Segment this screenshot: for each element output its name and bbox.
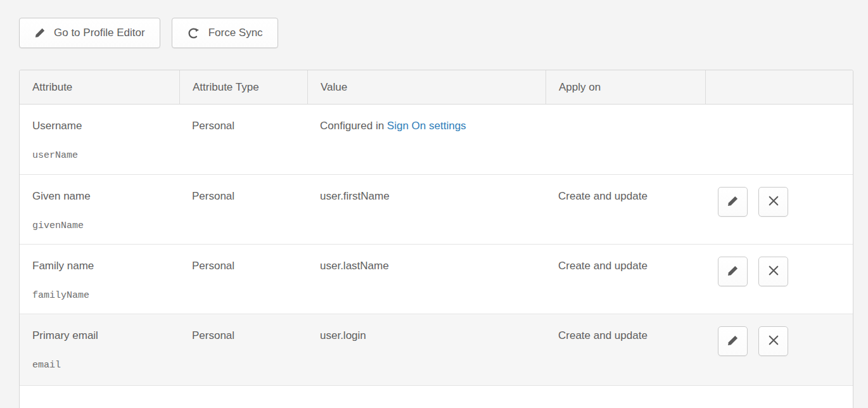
value-text: user.login — [320, 329, 366, 341]
x-icon — [767, 334, 780, 348]
pencil-icon — [34, 27, 46, 39]
value-text: user.firstName — [320, 190, 390, 202]
value-cell: user.login — [307, 314, 546, 385]
apply-on-value: Create and update — [558, 329, 648, 341]
x-icon — [767, 264, 780, 279]
apply-on-value: Create and update — [558, 260, 648, 272]
actions-cell — [705, 245, 853, 314]
attribute-label: Primary email — [32, 329, 173, 342]
remove-attribute-button[interactable] — [758, 326, 788, 356]
attribute-label: Family name — [32, 260, 173, 272]
toolbar: Go to Profile Editor Force Sync — [19, 18, 868, 48]
actions-cell — [705, 175, 853, 244]
attribute-type-cell: Personal — [179, 175, 307, 244]
force-sync-label: Force Sync — [208, 27, 263, 39]
force-sync-button[interactable]: Force Sync — [172, 18, 278, 48]
column-header-actions — [705, 70, 853, 104]
attribute-cell: Username userName — [20, 105, 179, 174]
pencil-icon — [727, 265, 739, 279]
edit-attribute-button[interactable] — [718, 257, 748, 286]
edit-attribute-button[interactable] — [718, 187, 748, 217]
attribute-label: Given name — [32, 190, 173, 203]
table-row-username: Username userName Personal Configured in… — [20, 105, 853, 174]
value-cell: user.firstName — [307, 175, 546, 244]
attribute-variable-name: givenName — [32, 220, 173, 231]
apply-on-cell — [546, 105, 705, 174]
actions-cell — [705, 314, 853, 385]
attribute-type-cell: Personal — [179, 105, 307, 174]
attribute-type-value: Personal — [192, 329, 234, 341]
attribute-label: Username — [32, 120, 173, 132]
attribute-variable-name: userName — [32, 150, 173, 161]
apply-on-cell: Create and update — [546, 245, 705, 314]
attribute-mappings-table: Attribute Attribute Type Value Apply on … — [19, 70, 853, 408]
value-text: user.lastName — [320, 260, 389, 272]
remove-attribute-button[interactable] — [758, 187, 788, 217]
attribute-type-value: Personal — [192, 190, 234, 202]
apply-on-cell: Create and update — [546, 314, 705, 385]
attribute-cell: Given name givenName — [20, 175, 179, 244]
value-cell: Configured in Sign On settings — [307, 105, 546, 174]
table-row-primary-email: Primary email email Personal user.login … — [20, 314, 853, 385]
refresh-icon — [187, 27, 200, 40]
pencil-icon — [727, 195, 739, 209]
column-header-attribute-type: Attribute Type — [179, 70, 307, 104]
attribute-variable-name: familyName — [32, 290, 173, 301]
x-icon — [767, 194, 780, 209]
value-cell: user.lastName — [307, 245, 546, 314]
edit-attribute-button[interactable] — [718, 326, 748, 356]
attribute-type-value: Personal — [192, 260, 234, 272]
attribute-cell: Primary email email — [20, 314, 179, 385]
table-row-partial — [20, 385, 853, 408]
column-header-value: Value — [307, 70, 546, 104]
sign-on-settings-link[interactable]: Sign On settings — [387, 120, 466, 132]
remove-attribute-button[interactable] — [758, 257, 788, 286]
attribute-mappings-page: Go to Profile Editor Force Sync Attribut… — [0, 0, 868, 408]
attribute-type-value: Personal — [192, 120, 234, 132]
table-row-given-name: Given name givenName Personal user.first… — [20, 174, 853, 244]
attribute-cell: Family name familyName — [20, 245, 179, 314]
table-header-row: Attribute Attribute Type Value Apply on — [20, 70, 853, 105]
column-header-attribute: Attribute — [20, 70, 179, 104]
actions-cell — [705, 105, 853, 174]
apply-on-cell: Create and update — [546, 175, 705, 244]
column-header-apply-on: Apply on — [546, 70, 705, 104]
table-row-family-name: Family name familyName Personal user.las… — [20, 244, 853, 314]
attribute-variable-name: email — [32, 360, 173, 371]
value-text: Configured in — [320, 120, 384, 132]
go-to-profile-editor-label: Go to Profile Editor — [54, 27, 145, 39]
go-to-profile-editor-button[interactable]: Go to Profile Editor — [19, 18, 160, 48]
attribute-type-cell: Personal — [179, 314, 307, 385]
pencil-icon — [727, 335, 739, 348]
attribute-type-cell: Personal — [179, 245, 307, 314]
apply-on-value: Create and update — [558, 190, 648, 202]
